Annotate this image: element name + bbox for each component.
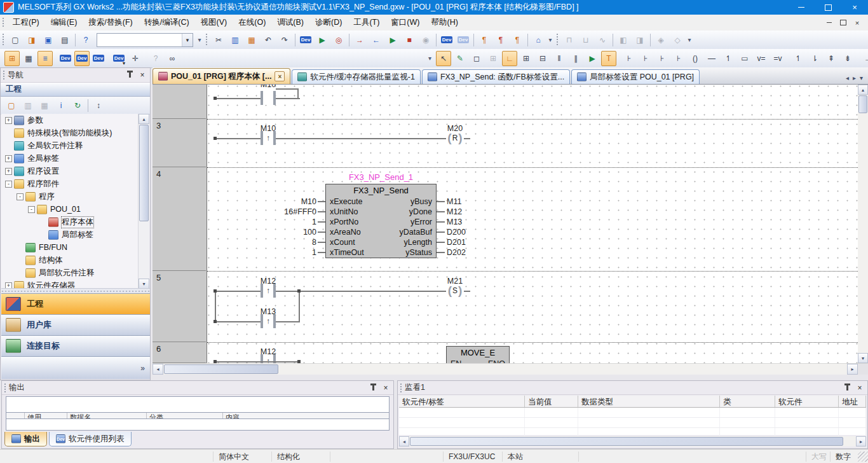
alarm-clear-icon[interactable]: ◇ [670, 32, 685, 48]
closed-branch-icon[interactable]: ⊦ [671, 51, 686, 66]
menu-tools[interactable]: 工具(T) [348, 15, 385, 31]
fb-input-operand[interactable]: 8 [247, 237, 316, 247]
alarm-check-icon[interactable]: ◈ [653, 32, 668, 48]
falling-pulse-icon[interactable]: ⇂ [807, 51, 822, 66]
rising-pulse-icon[interactable]: ↿ [790, 51, 806, 66]
menu-help[interactable]: 帮助(H) [425, 15, 463, 31]
menu-find-replace[interactable]: 搜索/替换(F) [83, 15, 138, 31]
guided-mode-icon[interactable]: ⊞ [485, 51, 501, 66]
watch-row[interactable] [399, 418, 866, 428]
tree-item-pou-01[interactable]: -POU_01 [1, 203, 140, 216]
insert-column-icon[interactable]: ‖ [552, 51, 567, 66]
menu-online[interactable]: 在线(O) [233, 15, 271, 31]
fb-input-operand[interactable]: 1 [247, 217, 316, 227]
tab-fb-label-setting[interactable]: FX3_NP_Send: 函数/FB标签设置... [422, 69, 570, 84]
scrollbar-thumb[interactable] [164, 364, 278, 374]
device-network-icon[interactable]: Dev [91, 51, 106, 66]
tab-local-label-setting[interactable]: 局部标签设置 POU_01 [PRG] [571, 69, 700, 84]
scroll-right-icon[interactable]: ▸ [847, 364, 858, 375]
monitor-watch-icon[interactable]: ◉ [418, 32, 433, 48]
read-from-plc-icon[interactable]: ← [369, 32, 384, 48]
comment-insert-icon[interactable]: ¶ [477, 32, 492, 48]
tree-scrollbar[interactable]: ▴ ▾ [138, 114, 149, 289]
column-data-type[interactable]: 数据类型 [578, 396, 720, 407]
cut-icon[interactable]: ✂ [211, 32, 226, 48]
minimize-button[interactable] [788, 0, 815, 15]
pin-icon[interactable] [129, 73, 131, 78]
new-project-icon[interactable]: ▢ [8, 32, 23, 48]
tab-scroll-left-icon[interactable]: ◂ [846, 74, 849, 81]
scroll-up-icon[interactable]: ▴ [858, 85, 868, 95]
monitor-start-icon[interactable]: ▶ [385, 32, 400, 48]
column-current-value[interactable]: 当前值 [525, 396, 578, 407]
ladder-vertical-scrollbar[interactable]: ▴ ▾ [858, 85, 868, 363]
output-label-icon[interactable]: =v [770, 51, 785, 66]
tree-item-local-device-comment[interactable]: 局部软元件注释 [1, 266, 140, 279]
tab-close-icon[interactable]: × [275, 71, 285, 81]
fb-output-operand[interactable]: M13 [447, 217, 504, 227]
column-class[interactable]: 类 [720, 396, 775, 407]
ladder-editor-canvas[interactable]: 3 4 5 6 M10 M10 ↑ M20 (R) [153, 85, 858, 363]
watch-horizontal-scrollbar[interactable]: ◂ ▸ [399, 436, 866, 446]
property-info-icon[interactable]: i [53, 98, 69, 113]
stack-button-project[interactable]: 工程 [1, 293, 150, 314]
open-branch-icon[interactable]: ⊦ [654, 51, 670, 66]
fb-instance-name[interactable]: FX3_NP_Send_1 [325, 172, 437, 182]
tree-item-global-device-comment[interactable]: 全局软元件注释 [1, 139, 140, 152]
refresh-icon[interactable]: ↻ [70, 98, 85, 113]
menu-view[interactable]: 视图(V) [195, 15, 233, 31]
function-list-icon[interactable]: ≡ [37, 51, 53, 66]
device-search-icon[interactable]: ✛ [128, 51, 143, 66]
scroll-down-icon[interactable]: ▾ [858, 353, 868, 363]
column-device[interactable]: 软元件 [775, 396, 839, 407]
paste-icon[interactable]: ▦ [244, 32, 259, 48]
fb-fx3-np-send[interactable]: FX3_NP_Send xExecuteyBusy xUnitNoyDone x… [325, 184, 437, 258]
device-usage-list-tab[interactable]: Dev 软元件使用列表 [49, 432, 132, 446]
stack-more-button[interactable]: » [1, 356, 150, 379]
edit-pen-icon[interactable]: ✎ [452, 51, 468, 66]
tree-item-program-setting[interactable]: +程序设置 [1, 165, 140, 177]
child-minimize-button[interactable] [822, 17, 836, 29]
scrollbar-thumb[interactable] [139, 125, 149, 221]
tree-item-program-body[interactable]: 程序本体 [1, 216, 140, 228]
comment-show-icon[interactable]: ¶ [510, 32, 525, 48]
monitor-stop-icon[interactable]: ■ [402, 32, 417, 48]
contact-m10[interactable] [261, 91, 276, 105]
scrollbar-thumb[interactable] [410, 437, 843, 446]
find-binoculars-icon[interactable]: ∞ [165, 51, 180, 66]
redo-icon[interactable]: ↷ [277, 32, 292, 48]
scroll-left-icon[interactable]: ◂ [399, 436, 409, 446]
device-monitor-stop-icon[interactable]: Dev [456, 32, 471, 48]
rising-contact-m10[interactable]: ↑ [261, 131, 276, 145]
interconnect-mode-icon[interactable]: ∟ [502, 51, 517, 66]
scroll-left-icon[interactable]: ◂ [153, 364, 163, 375]
watch-row[interactable] [399, 408, 866, 418]
tree-item-local-label[interactable]: 局部标签 [1, 228, 140, 241]
column-address[interactable]: 地址 [839, 396, 866, 407]
close-panel-icon[interactable]: × [855, 383, 865, 393]
horizontal-line-icon[interactable]: — [704, 51, 719, 66]
insert-row-icon[interactable]: ⊞ [519, 51, 534, 66]
rising-contact-m13[interactable]: ↑ [261, 314, 276, 328]
sort-icon[interactable]: ↕ [91, 98, 106, 113]
pin-icon[interactable] [372, 385, 374, 390]
fb-input-operand[interactable]: 16#FFF0 [247, 207, 316, 217]
fb-output-operand[interactable]: M12 [447, 207, 504, 217]
select-box-icon[interactable]: ◻ [469, 51, 484, 66]
device-test-on-icon[interactable]: ◧ [616, 32, 631, 48]
branch-insert-icon[interactable]: ⇞ [824, 51, 839, 66]
tab-pou01-program-body[interactable]: POU_01 [PRG] 程序本体 [... × [153, 68, 290, 84]
monitor-mode-icon[interactable]: ▶ [315, 32, 330, 48]
label-comment-icon[interactable]: T [601, 51, 616, 66]
help-icon[interactable]: ? [78, 32, 93, 48]
fb-output-operand[interactable]: D202 [447, 247, 504, 258]
tree-item-structure[interactable]: 结构体 [1, 254, 140, 266]
context-help-icon[interactable]: ? [148, 51, 163, 66]
fb-move-e[interactable]: MOVE_E ENENO [446, 346, 510, 363]
quick-find-combobox[interactable]: ▾ [97, 33, 193, 47]
tree-item-fb-fun[interactable]: FB/FUN [1, 241, 140, 254]
set-coil-m21[interactable]: (S) [446, 284, 464, 298]
device-list-icon[interactable]: Dev [74, 51, 90, 66]
fb-input-operand[interactable]: M10 [247, 197, 316, 207]
stack-splitter[interactable] [1, 288, 150, 293]
